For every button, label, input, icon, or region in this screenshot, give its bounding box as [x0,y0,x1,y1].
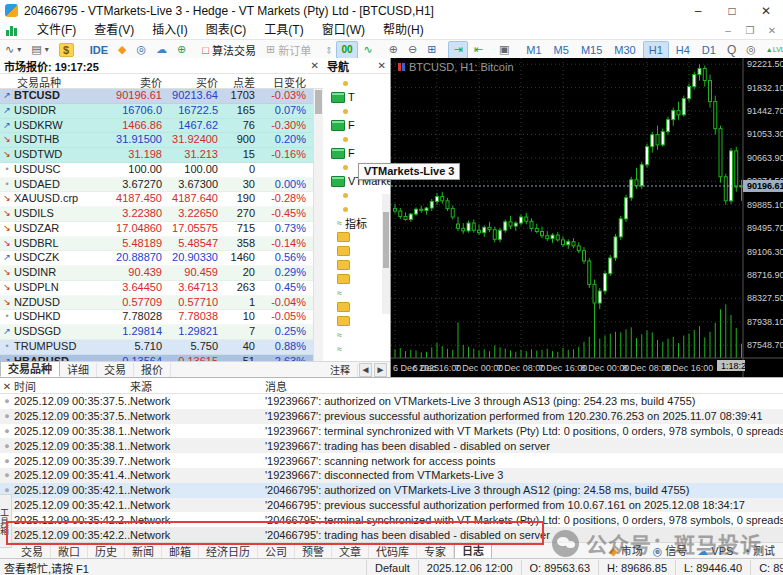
toolbox-tab-日志[interactable]: 日志 [454,543,492,559]
market-watch-tab-交易[interactable]: 交易 [97,363,134,377]
menu-查看(V)[interactable]: 查看(V) [85,21,143,39]
navigator-folder-item[interactable] [323,314,390,328]
quotes-button[interactable]: $ [55,42,78,58]
screenshot-button[interactable]: ▣ [495,42,513,58]
market-watch-tab-详细[interactable]: 详细 [60,363,97,377]
menu-文件(F)[interactable]: 文件(F) [28,21,85,39]
market-watch-row[interactable]: ↘USDINR90.43990.459200.29% [0,266,323,281]
market-watch-row[interactable]: ↘USDBRL5.481895.48547358-0.14% [0,237,323,252]
child-restore-button[interactable]: ❐ [739,25,761,36]
zoom-in-button[interactable]: ⊕ [385,42,402,58]
toolbox-tab-新闻[interactable]: 新闻 [125,545,162,559]
journal-row[interactable]: ●2025.12.09 00:35:37.5...Network'1923966… [0,409,783,424]
market-watch-row[interactable]: ↗BTCUSD90196.6190213.641703-0.03% [0,89,323,104]
market-watch-row[interactable]: •USDHKD7.780287.7803810-0.05% [0,310,323,325]
navigator-server-item[interactable]: F [323,146,390,160]
close-button[interactable]: ✕ [749,1,783,21]
navigator-indicators-label[interactable]: ≈指标 [323,216,390,230]
new-order-button[interactable]: ⊞新订单 [262,42,315,58]
line-chart-menu-button[interactable]: ∿▾ [1,42,25,58]
navigator-server-item[interactable]: F [323,118,390,132]
toolbox-tab-预警[interactable]: 预警 [295,545,332,559]
chart-window[interactable]: BTCUSD, H1: Bitcoin 92221.5091832.109144… [390,58,783,377]
menu-工具(T)[interactable]: 工具(T) [255,21,312,39]
toolbox-tab-代码库[interactable]: 代码库 [369,545,417,559]
line-chart-mode-button[interactable]: ∿ [360,42,377,58]
price-chart[interactable]: 92221.5091832.1091442.7091053.3090663.90… [391,58,783,377]
market-bag-button[interactable]: ◆ [114,42,130,58]
child-close-button[interactable]: ✕ [761,25,783,36]
navigator-folder-item[interactable] [323,300,390,314]
navigator-folder-item[interactable] [323,244,390,258]
journal-row[interactable]: ●2025.12.09 00:35:39.7...Network'1923966… [0,453,783,468]
mw-col-4[interactable]: 点差 [221,74,258,90]
toolbox-close-icon[interactable]: ✕ [0,381,14,392]
cloud-button[interactable]: ☁ [152,42,171,58]
market-watch-row[interactable]: ↘XAUUSD.crp4187.4504187.640190-0.28% [0,192,323,207]
search-button[interactable]: Q [723,42,740,58]
market-watch-tab-交易品种[interactable]: 交易品种 [0,361,60,377]
journal-row[interactable]: ●2025.12.09 00:35:38.1...Network'1923966… [0,438,783,453]
market-watch-row[interactable]: ↘NZDUSD0.577090.577101-0.04% [0,296,323,311]
timeframe-H4[interactable]: H4 [671,42,695,58]
timeframe-M15[interactable]: M15 [576,42,607,58]
toolbox-tab-交易[interactable]: 交易 [14,545,51,559]
mw-col-5[interactable]: 日变化 [258,74,309,90]
timeframe-D1[interactable]: D1 [697,42,721,58]
menu-帮助(H)[interactable]: 帮助(H) [374,21,433,39]
toolbox-tab-邮箱[interactable]: 邮箱 [162,545,199,559]
mw-col-1[interactable]: 交易品种 [14,74,110,90]
scroll-right-icon[interactable]: ► [374,363,387,377]
navigator-scrollbar[interactable] [382,194,390,314]
journal-row[interactable]: ●2025.12.09 00:35:42.1...Network'2046679… [0,498,783,513]
community-button[interactable]: ⊕ [173,42,190,58]
navigator-folder-item[interactable] [323,272,390,286]
mw-col-2[interactable]: 卖价 [110,74,165,90]
scroll-left-icon[interactable]: ◄ [359,363,372,377]
indicator-chart-menu-button[interactable]: ▤▾ [27,42,52,58]
toolbox-tab-历史[interactable]: 历史 [88,545,125,559]
menu-插入(I)[interactable]: 插入(I) [143,21,196,39]
candle-chart-mode-button[interactable]: 00 [336,41,357,59]
minimize-button[interactable]: – [681,1,715,21]
signals-button[interactable]: ◎ [132,42,150,58]
journal-row[interactable]: ●2025.12.09 00:35:37.5...Network'1923966… [0,394,783,409]
navigator-folder-item[interactable] [323,230,390,244]
navigator-note-tab[interactable]: 注释 [323,364,358,377]
toolbox-tab-公司[interactable]: 公司 [258,545,295,559]
market-watch-row[interactable]: ↗USDIDR16706.016722.51650.07% [0,104,323,119]
algo-trading-button[interactable]: □算法交易 [198,42,260,58]
maximize-button[interactable]: □ [715,1,749,21]
market-watch-row[interactable]: ↘USDPLN3.644503.647132630.45% [0,281,323,296]
toolbox-tab-文章[interactable]: 文章 [332,545,369,559]
support-button[interactable]: ◎ [742,42,760,58]
bar-chart-mode-button[interactable]: ⦂ [323,42,334,58]
toolbox-tab-经济日历[interactable]: 经济日历 [199,545,258,559]
navigator-folder-item[interactable] [323,258,390,272]
market-watch-row[interactable]: ↘USDZAR17.0486017.055757150.73% [0,222,323,237]
timeframe-M1[interactable]: M1 [521,42,546,58]
timeframe-H1[interactable]: H1 [643,41,669,59]
market-watch-tab-报价[interactable]: 报价 [134,363,171,377]
mw-col-3[interactable]: 买价 [165,74,221,90]
market-watch-scrollbar[interactable] [313,89,323,361]
market-watch-row[interactable]: ↘USDTWD31.19831.21315-0.16% [0,148,323,163]
market-watch-row[interactable]: ↗HBARUSD0.135640.13615512.63% [0,355,323,362]
journal-row[interactable]: ●2025.12.09 00:35:41.4...Network'1923966… [0,468,783,483]
tile-windows-button[interactable]: ⊞ [423,42,440,58]
market-watch-row[interactable]: •TRUMPUSD5.7105.750400.88% [0,340,323,355]
toolbox-tab-专家[interactable]: 专家 [417,545,454,559]
market-watch-row[interactable]: ↗USDKRW1466.861467.6276-0.30% [0,119,323,134]
menu-窗口(W)[interactable]: 窗口(W) [313,21,374,39]
menu-图表(C)[interactable]: 图表(C) [197,21,256,39]
zoom-out-button[interactable]: ⊖ [404,42,421,58]
market-watch-row[interactable]: •USDAED3.672703.67300300.00% [0,178,323,193]
ide-button[interactable]: IDE [86,42,112,58]
market-watch-close-icon[interactable]: ✕ [311,60,319,71]
status-profile[interactable]: Default [367,560,419,575]
navigator-indicator-item[interactable]: ≈ [323,342,390,356]
auto-scroll-button[interactable]: ⇤ [470,42,487,58]
journal-row[interactable]: ●2025.12.09 00:35:38.1...Network'1923966… [0,424,783,439]
toolbox-tab-敞口[interactable]: 敞口 [51,545,88,559]
market-watch-row[interactable]: ↘USDILS3.223803.22650270-0.45% [0,207,323,222]
